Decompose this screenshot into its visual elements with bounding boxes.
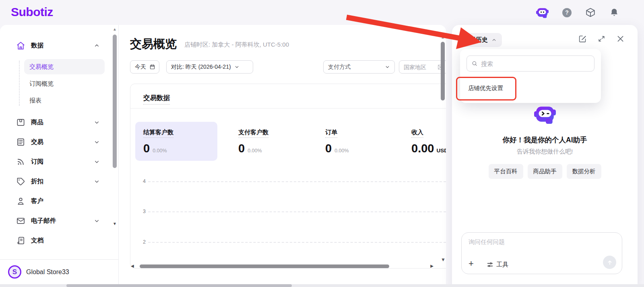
- sidebar-item-label: 交易: [31, 138, 94, 146]
- ai-robot-icon: [452, 105, 638, 124]
- chevron-down-icon: [94, 218, 100, 224]
- chevron-down-icon: [234, 64, 239, 70]
- tools-label: 工具: [496, 261, 508, 269]
- compare-label: 对比: 昨天 (2026-04-21): [171, 64, 231, 71]
- chevron-down-icon: [94, 159, 100, 165]
- subsection-guide-line: [19, 61, 20, 106]
- package-icon: [16, 118, 26, 127]
- stat-value: 0: [238, 142, 245, 155]
- transaction-data-card: 交易数据 结算客户数 0 0.00% 支付客户数 0 0.00%: [130, 84, 446, 269]
- date-range-label: 今天: [135, 64, 146, 71]
- store-avatar: S: [8, 265, 21, 279]
- sidebar-item-subscription-overview[interactable]: 订阅概览: [24, 76, 105, 91]
- sidebar-item-discounts[interactable]: 折扣: [0, 172, 118, 191]
- sidebar-item-data[interactable]: 数据: [0, 36, 118, 55]
- sidebar-nav: 数据 交易概览 订阅概览 报表: [0, 25, 118, 256]
- payment-method-select[interactable]: 支付方式: [323, 60, 395, 74]
- expand-icon[interactable]: [598, 35, 605, 43]
- payment-method-label: 支付方式: [328, 64, 351, 71]
- package-cube-icon[interactable]: [585, 7, 596, 18]
- message-input[interactable]: [469, 238, 589, 245]
- sidebar-item-products[interactable]: 商品: [0, 113, 118, 132]
- stat-orders[interactable]: 订单 0 0.00%: [317, 122, 399, 161]
- store-timezone-note: 店铺时区: 加拿大 - 阿蒂科坎, UTC-5:00: [184, 41, 289, 49]
- scrollbar-thumb[interactable]: [113, 35, 117, 168]
- scroll-right-arrow[interactable]: ▶: [430, 264, 433, 268]
- tools-button[interactable]: 工具: [487, 261, 508, 269]
- chart-gridline: [148, 211, 446, 212]
- sidebar-item-subscriptions[interactable]: 订阅: [0, 152, 118, 172]
- country-region-input[interactable]: [404, 64, 436, 70]
- suggestion-product-helper[interactable]: 商品助手: [528, 164, 562, 179]
- y-axis-tick: 3: [139, 209, 146, 214]
- conversation-history-label: 对话历史: [464, 36, 488, 44]
- panel-icon-group: [578, 35, 625, 43]
- page-horizontal-scrollbar: [0, 284, 644, 287]
- stat-checkout-customers[interactable]: 结算客户数 0 0.00%: [135, 122, 217, 161]
- sidebar-item-transaction-overview[interactable]: 交易概览: [24, 59, 105, 74]
- stat-delta: 0.00%: [248, 148, 262, 154]
- scroll-down-arrow[interactable]: ▼: [441, 257, 446, 262]
- stat-value: 0: [325, 142, 332, 155]
- conversation-history-button[interactable]: 对话历史: [458, 33, 502, 47]
- y-axis-tick: 4: [139, 178, 146, 184]
- history-item-store-priority-settings[interactable]: 店铺优先设置: [466, 82, 505, 94]
- chevron-down-icon: [385, 64, 390, 70]
- scroll-up-arrow[interactable]: ▲: [441, 35, 445, 39]
- assistant-greeting-title: 你好！我是你的个人AI助手: [452, 135, 638, 145]
- document-icon: [16, 236, 26, 246]
- sidebar-item-label: 电子邮件: [31, 217, 94, 225]
- sidebar-item-transactions[interactable]: 交易: [0, 132, 118, 152]
- sidebar-subsection-data: 交易概览 订阅概览 报表: [0, 59, 118, 108]
- scroll-down-arrow[interactable]: ▼: [113, 222, 117, 226]
- app-logo[interactable]: Subotiz: [11, 5, 53, 19]
- stat-revenue[interactable]: 收入 0.00 USD: [403, 122, 446, 161]
- chevron-down-icon: [94, 139, 100, 145]
- sidebar-item-customers[interactable]: 客户: [0, 191, 118, 211]
- scroll-left-arrow[interactable]: ◀: [131, 264, 134, 268]
- card-title: 交易数据: [143, 94, 170, 105]
- content-area: 数据 交易概览 订阅概览 报表: [0, 25, 446, 284]
- top-navbar: Subotiz: [0, 0, 644, 25]
- date-range-button[interactable]: 今天: [130, 60, 159, 74]
- app: Subotiz: [0, 0, 644, 287]
- sidebar-item-docs[interactable]: 文档: [0, 231, 118, 250]
- sliders-icon: [487, 261, 493, 268]
- compare-button[interactable]: 对比: 昨天 (2026-04-21): [166, 60, 253, 74]
- y-axis-tick: 2: [139, 239, 146, 245]
- chevron-down-icon: [94, 178, 100, 184]
- sidebar-item-email[interactable]: 电子邮件: [0, 211, 118, 231]
- history-search[interactable]: [466, 55, 594, 72]
- notifications-icon[interactable]: [609, 8, 619, 17]
- close-icon[interactable]: [616, 35, 625, 43]
- stat-value: 0.00: [411, 142, 434, 155]
- sidebar-item-label: 客户: [31, 197, 100, 205]
- ai-assistant-icon[interactable]: [536, 7, 549, 18]
- stat-label: 支付客户数: [238, 129, 268, 138]
- suggestion-platform-wiki[interactable]: 平台百科: [489, 164, 523, 179]
- help-glyph: ?: [562, 8, 572, 17]
- scrollbar-thumb[interactable]: [66, 284, 292, 287]
- stat-paying-customers[interactable]: 支付客户数 0 0.00%: [230, 122, 312, 161]
- chevron-down-icon: [94, 119, 100, 125]
- attach-plus-button[interactable]: +: [469, 259, 474, 268]
- sidebar-item-label: 订阅: [31, 158, 94, 166]
- help-icon[interactable]: ?: [562, 8, 572, 17]
- main-horizontal-scrollbar: ◀ ▶: [131, 263, 433, 269]
- page-title: 交易概览: [130, 36, 177, 52]
- navbar-icon-group: ?: [536, 0, 619, 25]
- main-content: 交易概览 店铺时区: 加拿大 - 阿蒂科坎, UTC-5:00 今天 对比: 昨…: [118, 25, 446, 284]
- new-chat-icon[interactable]: [578, 35, 587, 43]
- sidebar-item-reports[interactable]: 报表: [24, 93, 105, 108]
- stat-delta: 0.00%: [334, 148, 349, 154]
- country-region-input-wrap: [399, 60, 446, 74]
- ai-assistant-panel: 对话历史: [452, 25, 638, 287]
- history-search-input[interactable]: [481, 60, 590, 67]
- assistant-greeting-subtitle: 告诉我你想做什么吧!: [452, 148, 638, 156]
- suggestion-data-analysis[interactable]: 数据分析: [567, 164, 601, 179]
- send-button[interactable]: [603, 256, 616, 269]
- scrollbar-thumb[interactable]: [140, 264, 389, 268]
- scroll-up-arrow[interactable]: ▲: [113, 27, 117, 31]
- scrollbar-thumb[interactable]: [441, 42, 445, 100]
- store-switcher[interactable]: S Global Store33: [0, 259, 118, 284]
